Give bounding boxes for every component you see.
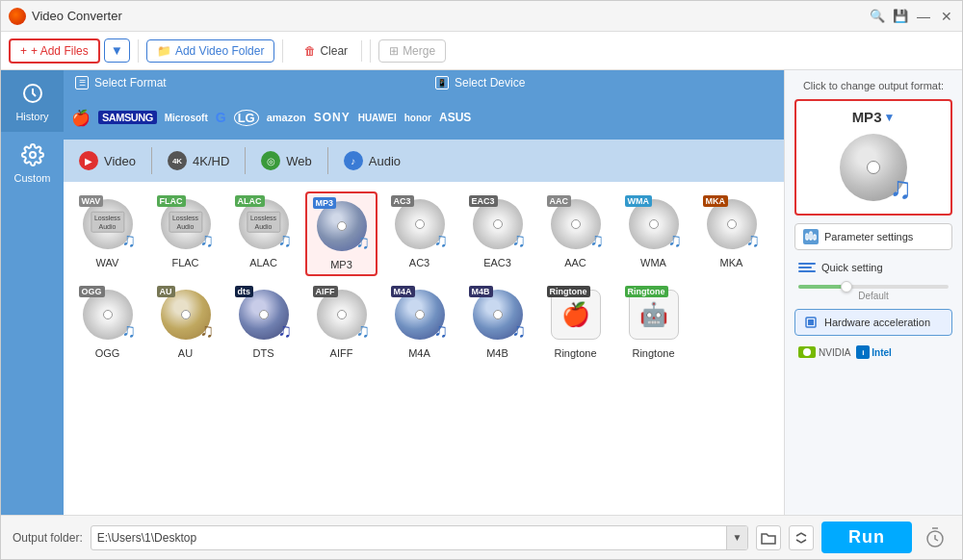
category-web[interactable]: ◎ Web [246, 145, 327, 176]
select-device-tab[interactable]: 📱 Select Device [424, 70, 784, 95]
format-ringtone-android[interactable]: 🤖 Ringtone Ringtone [617, 282, 690, 363]
mp3-label: MP3 [330, 259, 352, 270]
alac-lossless: LosslessAudio [247, 212, 280, 233]
add-files-icon: + [20, 44, 27, 58]
category-video[interactable]: ▶ Video [64, 145, 151, 176]
format-wav[interactable]: ♫ WAV LosslessAudio WAV [71, 191, 143, 276]
sidebar: History Custom [1, 70, 64, 515]
alac-label: ALAC [249, 257, 277, 268]
app-icon [9, 8, 26, 25]
microsoft-logo[interactable]: Microsoft [165, 113, 208, 123]
close-button[interactable]: ✕ [939, 9, 954, 24]
format-m4b[interactable]: ♫ M4B M4B [461, 282, 534, 363]
quality-slider-thumb[interactable] [841, 281, 852, 293]
format-alac[interactable]: ♫ ALAC LosslessAudio ALAC [227, 191, 299, 276]
format-ac3[interactable]: ♫ AC3 AC3 [383, 191, 455, 276]
sidebar-item-custom[interactable]: Custom [1, 132, 64, 193]
right-panel: Click to change output format: MP3 ▼ ♫ [784, 70, 962, 515]
samsung-logo[interactable]: SAMSUNG [98, 111, 157, 124]
alac-thumb: ♫ ALAC LosslessAudio [235, 195, 293, 253]
custom-label: Custom [14, 172, 51, 184]
format-mp3[interactable]: ♫ MP3 MP3 [305, 191, 377, 276]
output-folder-browse-button[interactable] [756, 525, 781, 550]
format-panel: ☰ Select Format 📱 Select Device 🍎 SAMSUN… [64, 70, 784, 515]
output-path-input[interactable] [91, 531, 726, 545]
ringtone-android-thumb: 🤖 Ringtone [625, 286, 683, 344]
title-search-icon[interactable]: 🔍 [870, 9, 885, 23]
add-files-dropdown-button[interactable]: ▼ [104, 38, 130, 63]
hardware-acceleration-button[interactable]: Hardware acceleration [794, 309, 952, 336]
format-ringtone-apple[interactable]: 🍎 Ringtone Ringtone [539, 282, 612, 363]
lg-logo[interactable]: LG [234, 110, 259, 126]
mka-label: MKA [720, 257, 743, 268]
format-eac3[interactable]: ♫ EAC3 EAC3 [461, 191, 534, 276]
svg-rect-4 [814, 235, 816, 240]
format-tab-icon: ☰ [75, 76, 89, 89]
ac3-label: AC3 [409, 257, 429, 268]
select-device-label: Select Device [455, 76, 525, 89]
wma-thumb: ♫ WMA [625, 195, 683, 253]
format-mka[interactable]: ♫ MKA MKA [695, 191, 768, 276]
format-wma[interactable]: ♫ WMA WMA [617, 191, 690, 276]
format-flac[interactable]: ♫ FLAC LosslessAudio FLAC [149, 191, 221, 276]
ac3-thumb: ♫ AC3 [391, 195, 449, 253]
parameter-settings-button[interactable]: Parameter settings [794, 223, 952, 250]
add-video-folder-button[interactable]: 📁 Add Video Folder [146, 39, 275, 63]
category-4khd[interactable]: 4K 4K/HD [152, 145, 245, 176]
output-format-box[interactable]: MP3 ▼ ♫ [794, 99, 952, 216]
nvidia-label: NVIDIA [819, 347, 850, 358]
intel-badge: i Intel [856, 345, 892, 359]
mka-badge: MKA [703, 195, 729, 207]
svg-rect-2 [806, 234, 808, 240]
format-dts[interactable]: ♫ dts DTS [227, 282, 299, 363]
main-area: History Custom ☰ Select For [1, 70, 962, 515]
quick-setting-label: Quick setting [821, 262, 883, 273]
select-format-tab[interactable]: ☰ Select Format [64, 70, 424, 95]
svg-rect-6 [808, 319, 814, 325]
clear-button[interactable]: 🗑 Clear [291, 40, 362, 62]
ogg-badge: OGG [79, 286, 105, 297]
timer-button[interactable] [920, 522, 950, 553]
category-audio[interactable]: ♪ Audio [328, 145, 416, 176]
ringtone-android-badge: Ringtone [625, 286, 668, 297]
sony-logo[interactable]: SONY [314, 111, 351, 124]
output-action-button[interactable] [789, 525, 814, 550]
output-format-dropdown[interactable]: MP3 ▼ [852, 109, 896, 125]
title-save-icon[interactable]: 💾 [893, 9, 908, 23]
output-format-name: MP3 [852, 109, 882, 125]
merge-label: Merge [403, 44, 435, 58]
run-button[interactable]: Run [821, 522, 912, 553]
nvidia-icon [798, 346, 816, 358]
quality-slider-fill [798, 285, 844, 289]
mp3-thumb: ♫ MP3 [313, 197, 371, 255]
honor-logo[interactable]: honor [404, 113, 431, 123]
format-m4a[interactable]: ♫ M4A M4A [383, 282, 455, 363]
format-ogg[interactable]: ♫ OGG OGG [71, 282, 143, 363]
format-aac[interactable]: ♫ AAC AAC [539, 191, 612, 276]
format-aiff[interactable]: ♫ AIFF AIFF [305, 282, 377, 363]
flac-label: FLAC [171, 257, 198, 268]
output-path-dropdown-button[interactable]: ▼ [726, 525, 747, 550]
huawei-logo[interactable]: HUAWEI [358, 113, 397, 123]
asus-logo[interactable]: ASUS [439, 111, 471, 124]
merge-button[interactable]: ⊞ Merge [378, 39, 446, 63]
custom-icon [19, 141, 46, 168]
quick-setting-row[interactable]: Quick setting [794, 258, 952, 277]
folder-icon: 📁 [157, 44, 171, 58]
au-badge: AU [157, 286, 175, 297]
google-logo[interactable]: G [216, 110, 226, 125]
format-device-section: ☰ Select Format 📱 Select Device 🍎 SAMSUN… [64, 70, 784, 140]
minimize-button[interactable]: — [916, 9, 931, 24]
sidebar-item-history[interactable]: History [1, 70, 64, 132]
format-au[interactable]: ♫ AU AU [149, 282, 221, 363]
m4b-badge: M4B [469, 286, 493, 297]
aiff-label: AIFF [330, 347, 353, 359]
quick-setting-icon [798, 263, 816, 272]
title-bar: Video Converter 🔍 💾 — ✕ [1, 1, 962, 32]
add-files-button[interactable]: + + Add Files [9, 38, 100, 64]
add-video-folder-label: Add Video Folder [175, 44, 265, 58]
amazon-logo[interactable]: amazon [267, 112, 306, 123]
4khd-cat-icon: 4K [168, 151, 187, 170]
apple-logo[interactable]: 🍎 [71, 109, 91, 127]
add-files-label: + Add Files [31, 44, 89, 58]
